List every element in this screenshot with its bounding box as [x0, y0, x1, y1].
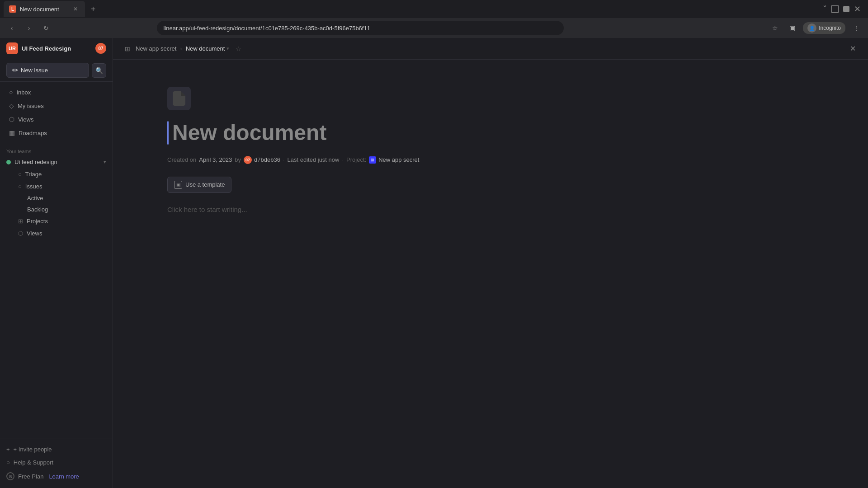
plan-icon: ⊙ — [6, 472, 14, 480]
document-header-icon — [167, 87, 191, 110]
inbox-label: Inbox — [16, 89, 31, 96]
document-toolbar: ⊞ New app secret › New document ▾ ☆ ✕ — [113, 38, 868, 60]
workspace-initials: UR — [9, 46, 16, 51]
author-initials: 07 — [245, 158, 250, 162]
address-bar[interactable]: linear.app/ui-feed-redesign/document/1c0… — [157, 21, 564, 35]
team-chevron-icon: ▾ — [104, 159, 106, 165]
title-cursor — [167, 121, 169, 145]
writing-area[interactable]: Click here to start writing... — [167, 206, 692, 213]
restore-square-button[interactable] — [843, 6, 849, 12]
plan-info: ⊙ Free Plan Learn more — [0, 469, 113, 483]
more-options-button[interactable]: ⋮ — [850, 22, 863, 34]
invite-people-button[interactable]: + + Invite people — [0, 443, 113, 456]
team-item-ui-feed[interactable]: Ui feed redesign ▾ — [0, 156, 113, 168]
issues-icon: ○ — [18, 183, 22, 190]
new-issue-button[interactable]: ✏ New issue — [6, 63, 89, 78]
close-window-button[interactable]: ✕ — [854, 4, 861, 14]
search-button[interactable]: 🔍 — [92, 63, 106, 78]
sidebar-item-roadmaps[interactable]: ▦ Roadmaps — [3, 126, 110, 140]
sidebar-actions: ✏ New issue 🔍 — [0, 59, 113, 82]
bookmark-button[interactable]: ☆ — [769, 22, 781, 34]
browser-controls-right: ☆ ▣ 👤 Incognito ⋮ — [769, 22, 863, 34]
app-wrapper: UR UI Feed Redesign 07 ✏ New issue 🔍 ○ I… — [0, 38, 868, 488]
document-title[interactable]: New document — [167, 121, 692, 145]
views-icon: ⬡ — [9, 116, 14, 123]
new-tab-button[interactable]: + — [87, 3, 99, 15]
breadcrumb-current-label: New document — [186, 45, 225, 52]
roadmaps-icon: ▦ — [9, 129, 15, 136]
new-issue-icon: ✏ — [12, 66, 18, 75]
breadcrumb-separator: › — [180, 45, 182, 52]
active-tab[interactable]: L New document ✕ — [4, 1, 85, 17]
sidebar-item-issues[interactable]: ○ Issues — [3, 180, 110, 192]
author-info[interactable]: 07 d7bdeb36 — [244, 156, 280, 164]
browser-chrome: L New document ✕ + ˅ ✕ ‹ › ↻ linear.app/… — [0, 0, 868, 38]
use-template-button[interactable]: ▣ Use a template — [167, 177, 231, 193]
author-avatar: 07 — [244, 156, 252, 164]
template-icon: ▣ — [174, 181, 182, 189]
project-icon: ⊞ — [369, 156, 376, 164]
sidebar-item-views[interactable]: ⬡ Views — [3, 113, 110, 126]
tab-close-button[interactable]: ✕ — [71, 5, 80, 13]
document-body: New document Created on April 3, 2023 by… — [113, 60, 746, 488]
created-label: Created on — [167, 156, 196, 163]
search-icon: 🔍 — [95, 67, 103, 74]
sidebar-footer: + + Invite people ○ Help & Support ⊙ Fre… — [0, 438, 113, 488]
my-issues-icon: ◇ — [9, 102, 14, 109]
breadcrumb-project-link[interactable]: New app secret — [136, 45, 176, 52]
learn-more-link[interactable]: Learn more — [49, 473, 79, 480]
roadmaps-label: Roadmaps — [19, 130, 47, 136]
star-button[interactable]: ☆ — [233, 43, 244, 54]
invite-label: + Invite people — [14, 446, 52, 453]
inbox-icon: ○ — [9, 89, 13, 96]
plan-label: Free Plan — [18, 473, 43, 480]
projects-icon: ⊞ — [18, 218, 23, 225]
restore-button[interactable] — [831, 5, 839, 13]
sidebar-header: UR UI Feed Redesign 07 — [0, 38, 113, 59]
address-bar-row: ‹ › ↻ linear.app/ui-feed-redesign/docume… — [0, 18, 868, 38]
close-document-button[interactable]: ✕ — [846, 42, 859, 55]
sidebar-item-backlog[interactable]: Backlog — [3, 204, 110, 215]
my-issues-label: My issues — [18, 103, 44, 109]
split-view-button[interactable]: ▣ — [786, 22, 798, 34]
project-link[interactable]: ⊞ New app secret — [369, 156, 419, 164]
team-views-icon: ⬡ — [18, 230, 23, 237]
user-avatar[interactable]: 07 — [95, 43, 106, 54]
sidebar-item-triage[interactable]: ○ Triage — [3, 168, 110, 180]
help-label: Help & Support — [14, 459, 53, 466]
forward-button[interactable]: › — [23, 22, 35, 34]
sidebar-nav: ○ Inbox ◇ My issues ⬡ Views ▦ Roadmaps — [0, 82, 113, 143]
project-label: Project: — [346, 156, 366, 163]
project-name: New app secret — [378, 156, 419, 163]
your-teams-section: Your teams Ui feed redesign ▾ ○ Triage ○… — [0, 143, 113, 239]
backlog-label: Backlog — [27, 206, 48, 213]
use-template-label: Use a template — [185, 181, 225, 188]
author-name: d7bdeb36 — [254, 156, 280, 163]
reload-button[interactable]: ↻ — [40, 22, 52, 34]
incognito-label: Incognito — [819, 25, 841, 31]
help-support-button[interactable]: ○ Help & Support — [0, 456, 113, 469]
sidebar-item-active[interactable]: Active — [3, 192, 110, 204]
user-initials: 07 — [98, 46, 103, 51]
sidebar-item-inbox[interactable]: ○ Inbox — [3, 85, 110, 99]
meta-dot-2: · — [342, 156, 344, 163]
last-edited: Last edited just now — [288, 156, 340, 163]
tab-favicon: L — [9, 5, 16, 13]
triage-label: Triage — [25, 171, 42, 178]
invite-icon: + — [6, 446, 10, 453]
minimize-arrow-icon: ˅ — [823, 4, 827, 14]
sidebar-item-my-issues[interactable]: ◇ My issues — [3, 99, 110, 113]
breadcrumb-dropdown-icon[interactable]: ▾ — [226, 46, 229, 52]
by-label: by — [235, 156, 241, 163]
main-content: ⊞ New app secret › New document ▾ ☆ ✕ — [113, 38, 868, 488]
incognito-badge: 👤 Incognito — [803, 22, 845, 34]
back-button[interactable]: ‹ — [5, 22, 18, 34]
workspace-avatar: UR — [6, 42, 18, 54]
sidebar-item-team-views[interactable]: ⬡ Views — [3, 227, 110, 239]
sidebar-item-projects[interactable]: ⊞ Projects — [3, 215, 110, 227]
url-text: linear.app/ui-feed-redesign/document/1c0… — [163, 25, 370, 32]
team-name-label: Ui feed redesign — [14, 159, 57, 165]
workspace-info[interactable]: UR UI Feed Redesign — [6, 42, 71, 54]
tab-bar: L New document ✕ + ˅ ✕ — [0, 0, 868, 18]
workspace-name-label: UI Feed Redesign — [22, 45, 71, 52]
